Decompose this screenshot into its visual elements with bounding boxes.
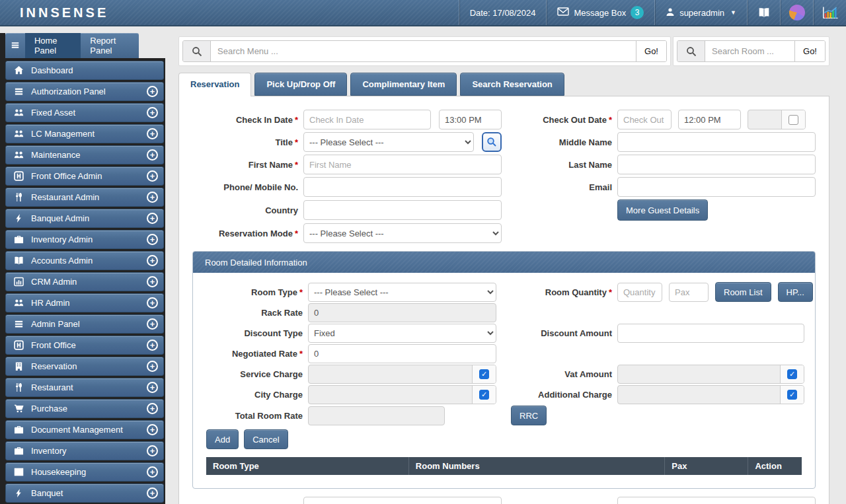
service-charge-checkbox[interactable]: ✓: [479, 369, 489, 379]
expand-plus-icon[interactable]: +: [147, 255, 158, 266]
check-out-hold-group: [748, 110, 806, 129]
check-in-time-input[interactable]: [439, 110, 502, 129]
sidebar-item-banquet-admin[interactable]: Banquet Admin+: [5, 209, 164, 228]
check-in-date-input[interactable]: [303, 110, 431, 129]
expand-plus-icon[interactable]: +: [147, 192, 158, 203]
expand-plus-icon[interactable]: +: [147, 170, 158, 182]
sidebar-item-restaurant[interactable]: Restaurant+: [5, 378, 164, 397]
message-box-label: Message Box: [574, 8, 626, 18]
search-room-input[interactable]: [705, 41, 794, 61]
expand-plus-icon[interactable]: +: [147, 403, 158, 414]
sidebar-item-fixed-asset[interactable]: Fixed Asset+: [5, 103, 164, 122]
expand-plus-icon[interactable]: +: [147, 297, 158, 308]
room-quantity-input[interactable]: [617, 283, 662, 302]
tab-reservation[interactable]: Reservation: [178, 73, 251, 96]
expand-plus-icon[interactable]: +: [147, 382, 158, 393]
sidebar-item-hr-admin[interactable]: HR Admin+: [5, 293, 164, 312]
sidebar-item-banquet[interactable]: Banquet+: [5, 484, 164, 503]
title-select[interactable]: --- Please Select ---: [303, 132, 474, 152]
search-room-go-button[interactable]: Go!: [794, 41, 825, 61]
expand-plus-icon[interactable]: +: [147, 128, 158, 139]
city-charge-checkbox[interactable]: ✓: [479, 390, 489, 400]
expand-plus-icon[interactable]: +: [147, 340, 158, 351]
expand-plus-icon[interactable]: +: [147, 487, 158, 499]
sidebar-item-housekeeping[interactable]: Housekeeping+: [5, 462, 164, 482]
hp-button[interactable]: HP...: [778, 282, 813, 302]
check-out-date-input[interactable]: [617, 110, 672, 129]
expand-plus-icon[interactable]: +: [147, 107, 158, 118]
sidebar-tab-home-panel[interactable]: Home Panel: [25, 33, 81, 58]
sidebar-item-inventory[interactable]: Inventory+: [5, 441, 164, 460]
sidebar-item-inventory-admin[interactable]: Inventory Admin+: [5, 230, 164, 249]
email-input[interactable]: [617, 177, 816, 197]
country-input[interactable]: [303, 200, 502, 220]
tab-pick-up-drop-off[interactable]: Pick Up/Drop Off: [254, 73, 347, 96]
check-out-hold-checkbox[interactable]: [788, 115, 798, 125]
sidebar-item-front-office-admin[interactable]: Front Office Admin+: [5, 166, 164, 186]
pie-chart-icon[interactable]: [780, 0, 813, 25]
search-menu-go-button[interactable]: Go!: [636, 41, 666, 61]
sidebar-item-crm-admin[interactable]: CRM Admin+: [5, 272, 164, 291]
middle-name-label: Middle Name: [502, 137, 612, 147]
sidebar-tab-report-panel[interactable]: Report Panel: [81, 33, 139, 58]
negotiated-rate-input[interactable]: [308, 344, 496, 363]
room-pax-input[interactable]: [669, 283, 709, 302]
sidebar-item-purchase[interactable]: Purchase+: [5, 399, 164, 418]
expand-plus-icon[interactable]: +: [147, 276, 158, 287]
room-type-select[interactable]: --- Please Select ---: [308, 283, 496, 302]
first-name-input[interactable]: [303, 155, 502, 174]
discount-amount-input[interactable]: [617, 324, 804, 343]
more-guest-details-button[interactable]: More Guest Details: [617, 199, 708, 221]
sidebar-item-front-office[interactable]: Front Office+: [5, 336, 164, 355]
add-button[interactable]: Add: [206, 429, 239, 449]
vat-amount-checkbox[interactable]: ✓: [787, 369, 797, 379]
phone-input[interactable]: [303, 177, 502, 197]
bar-chart-icon[interactable]: [813, 0, 846, 25]
expand-plus-icon[interactable]: +: [147, 466, 158, 478]
user-menu-button[interactable]: superadmin ▼: [654, 0, 747, 25]
check-out-time-input[interactable]: [678, 110, 741, 129]
expand-plus-icon[interactable]: +: [147, 86, 158, 97]
expand-plus-icon[interactable]: +: [147, 234, 158, 245]
room-detail-panel-title: Room Detailed Information: [193, 252, 815, 273]
users-icon: [13, 298, 24, 308]
expand-plus-icon[interactable]: +: [147, 424, 158, 435]
discount-type-select[interactable]: Fixed: [308, 324, 496, 343]
guest-search-magnifier-button[interactable]: [482, 132, 502, 152]
guest-source-select[interactable]: --- Please Select ---: [617, 497, 816, 504]
rrc-button[interactable]: RRC: [511, 406, 547, 425]
sidebar-item-accounts-admin[interactable]: Accounts Admin+: [5, 251, 164, 270]
middle-name-input[interactable]: [617, 132, 816, 152]
sidebar-item-restaurant-admin[interactable]: Restaurant Admin+: [5, 188, 164, 207]
hamburger-menu-icon[interactable]: [5, 33, 25, 58]
last-name-input[interactable]: [617, 155, 816, 174]
sidebar-item-document-management[interactable]: Document Management+: [5, 420, 164, 439]
reservation-mode-select[interactable]: --- Please Select ---: [303, 223, 502, 243]
tab-complimentary-item[interactable]: Complimentary Item: [350, 73, 457, 96]
expand-plus-icon[interactable]: +: [147, 213, 158, 224]
night-audit-book-icon[interactable]: [747, 0, 780, 25]
search-menu-input[interactable]: [211, 41, 636, 61]
tab-search-reservation[interactable]: Search Reservation: [460, 73, 564, 96]
sidebar-item-label: Fixed Asset: [31, 108, 75, 118]
sidebar-item-lc-management[interactable]: LC Management+: [5, 124, 164, 143]
expand-plus-icon[interactable]: +: [147, 149, 158, 161]
message-box-button[interactable]: Message Box 3: [546, 0, 654, 25]
expand-plus-icon[interactable]: +: [147, 361, 158, 372]
market-segment-select[interactable]: --- Please Select ---: [303, 497, 502, 504]
brand-logo: INNSENSE: [20, 0, 108, 25]
sidebar-item-admin-panel[interactable]: Admin Panel+: [5, 314, 164, 334]
expand-plus-icon[interactable]: +: [147, 318, 158, 330]
sidebar-item-dashboard[interactable]: Dashboard: [5, 61, 164, 80]
expand-plus-icon[interactable]: +: [147, 445, 158, 456]
cancel-button[interactable]: Cancel: [244, 429, 288, 449]
top-header-bar: INNSENSE Date: 17/08/2024 Message Box 3 …: [0, 0, 846, 26]
cart-icon: [13, 404, 24, 414]
room-list-button[interactable]: Room List: [715, 282, 771, 302]
sidebar-item-maintenance[interactable]: Maintenance+: [5, 145, 164, 164]
sidebar-item-reservation[interactable]: Reservation+: [5, 357, 164, 376]
sidebar-item-authorization-panel[interactable]: Authorization Panel+: [5, 82, 164, 101]
additional-charge-checkbox[interactable]: ✓: [787, 390, 797, 400]
sidebar-item-label: Dashboard: [31, 65, 73, 75]
sidebar-item-label: Document Management: [31, 425, 123, 435]
